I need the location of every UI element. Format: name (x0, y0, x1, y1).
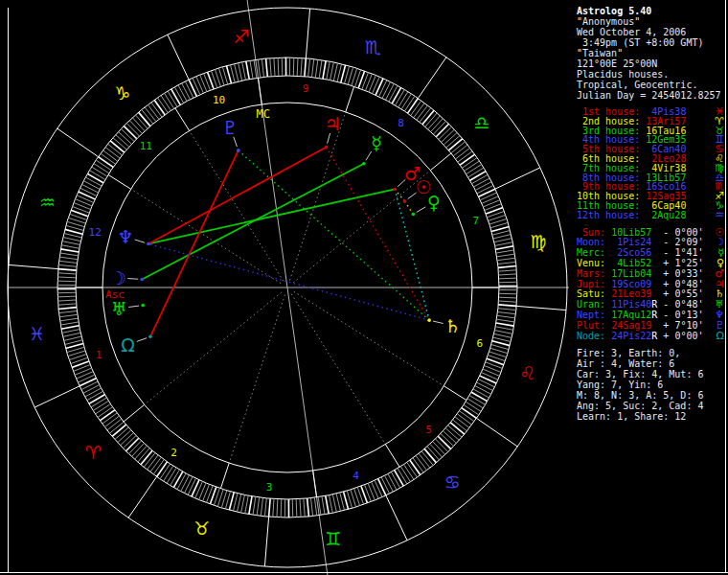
header-line: "Anonymous" (577, 16, 724, 27)
degree-tick (388, 473, 397, 490)
degree-tick (293, 58, 294, 76)
degree-tick (200, 75, 207, 92)
sign-boundary-spoke (9, 264, 58, 268)
degree-tick (475, 386, 491, 395)
planet-pointer (137, 338, 147, 342)
degree-tick (471, 392, 488, 401)
degree-tick (494, 239, 512, 242)
aspect-line-square (150, 150, 239, 336)
degree-tick (77, 196, 93, 203)
planet-icon: ♇ (715, 321, 724, 330)
degree-tick (330, 495, 333, 514)
degree-tick (336, 494, 340, 511)
planet-label: Plut: (577, 321, 605, 332)
degree-tick (79, 192, 95, 199)
degree-tick (497, 315, 515, 318)
window-border-right (725, 0, 726, 573)
degree-tick (414, 103, 424, 117)
degree-tick (145, 107, 156, 122)
degree-tick (382, 81, 391, 98)
degree-tick (270, 58, 271, 77)
planet-pointer (128, 306, 139, 307)
degree-tick (154, 100, 165, 114)
astrolog-window: ♈♉♊♋♌♍♎♏♐♑♒♓123456789101112☉☽☿♀♂♃♄♅♆♇ΩAs… (0, 0, 728, 575)
degree-tick (460, 154, 474, 165)
house-number: 5 (425, 424, 432, 436)
house-cusp-spoke (220, 463, 229, 489)
house-row: 12th house: 2Aqu28♒ (577, 211, 724, 220)
degree-tick (57, 273, 76, 274)
planet-glyph-node: Ω (121, 334, 135, 356)
degree-tick (61, 245, 80, 249)
planet-position-dot (393, 188, 397, 192)
degree-tick (477, 185, 493, 193)
degree-tick (378, 479, 386, 495)
degree-tick (60, 322, 79, 325)
house-cusp-spoke (175, 108, 190, 131)
degree-tick (61, 326, 80, 329)
degree-tick (193, 78, 200, 94)
planet-glyph-neptune: ♆ (118, 226, 134, 247)
degree-tick (416, 456, 427, 471)
planet-position-value: 24Pis22 (611, 332, 651, 342)
degree-tick (249, 496, 252, 515)
degree-tick (400, 467, 410, 482)
degree-tick (498, 262, 516, 264)
degree-tick (278, 58, 279, 76)
degree-tick (438, 436, 451, 448)
degree-tick (372, 482, 379, 498)
degree-tick (482, 196, 498, 204)
aspect-line-conjunction (404, 201, 413, 214)
degree-tick (462, 158, 477, 169)
degree-tick (333, 63, 337, 81)
degree-tick (116, 135, 129, 148)
degree-tick (297, 58, 298, 76)
house-cusp-spoke (108, 174, 131, 189)
degree-tick (253, 496, 256, 515)
aspect-line-trine (148, 189, 395, 243)
degree-tick (391, 472, 399, 489)
element-stats: Fire: 3, Earth: 0,Air : 4, Water: 6Car: … (577, 348, 724, 422)
degree-tick (483, 200, 500, 207)
window-border-bottom (0, 572, 728, 573)
degree-tick (64, 233, 81, 237)
degree-tick (157, 462, 168, 477)
degree-tick (242, 62, 246, 80)
degree-tick (483, 369, 500, 376)
degree-tick (57, 281, 76, 282)
degree-tick (465, 161, 480, 171)
planet-icon: ☽ (715, 238, 724, 246)
planet-icon: ♀ (717, 259, 724, 267)
degree-tick (59, 314, 78, 316)
degree-tick (379, 80, 387, 97)
house-cusp-ray (291, 294, 385, 445)
house-label: 12th house: (577, 211, 640, 220)
degree-tick (410, 460, 421, 474)
planet-icon: ♂ (715, 269, 724, 278)
zodiac-sign-icon: ♒ (715, 211, 724, 219)
degree-tick (80, 188, 97, 196)
house-cusp-spoke (124, 404, 145, 422)
degree-tick (89, 395, 104, 404)
sign-boundary-spoke (386, 495, 407, 540)
planet-icon: ☿ (717, 248, 724, 257)
degree-tick (450, 423, 465, 434)
planet-icon: ♅ (715, 300, 724, 309)
house-number: 11 (140, 140, 152, 152)
degree-tick (80, 379, 96, 386)
degree-tick (262, 58, 263, 77)
house-cusp-spoke (430, 153, 451, 171)
degree-tick (330, 62, 334, 80)
degree-tick (480, 376, 496, 383)
sign-boundary-spoke (476, 418, 517, 447)
planet-pointer (433, 321, 444, 323)
planet-row: Mars: 17Lib04 + 0°33'♂ (577, 269, 724, 280)
planet-pointer (127, 279, 138, 280)
degree-tick (195, 481, 203, 497)
degree-tick (499, 301, 517, 302)
degree-tick (188, 478, 195, 494)
house-number: 10 (213, 94, 225, 106)
degree-tick (87, 173, 103, 182)
degree-tick (102, 150, 117, 161)
degree-tick (174, 87, 183, 104)
